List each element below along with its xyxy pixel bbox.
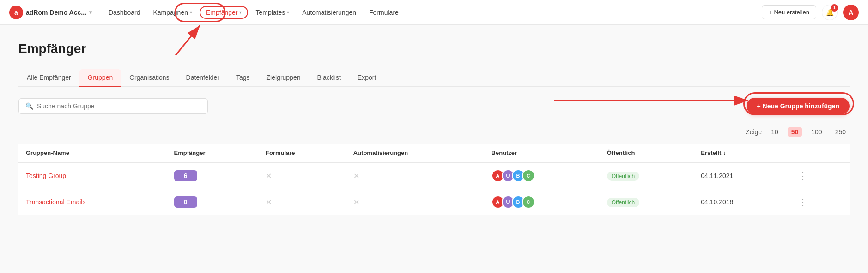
col-benutzer: Benutzer [484,144,600,162]
avatars: A U B C [492,196,592,208]
table-header: Gruppen-Name Empfänger Formulare Automat… [18,144,850,162]
avatar: C [522,196,535,208]
row-group-name[interactable]: Transactional Emails [18,189,167,215]
nav-right: + Neu erstellen 🔔 1 A [762,5,859,20]
notification-badge: 1 [831,4,838,12]
table-row: Testing Group 6 ✕ ✕ A U B C [18,162,850,189]
row-benutzer: A U B C [484,189,600,215]
tab-tags[interactable]: Tags [228,69,258,87]
cross-icon: ✕ [353,198,359,206]
row-menu-cell: ⋮ [787,189,850,215]
row-oeffentlich: Öffentlich [600,162,694,189]
navbar: a adRom Demo Acc... ▾ Dashboard Kampagne… [0,0,868,25]
row-menu-cell: ⋮ [787,162,850,189]
row-empfaenger: 6 [167,162,258,189]
search-box: 🔍 [18,98,208,114]
search-input[interactable] [37,102,201,110]
brand[interactable]: a adRom Demo Acc... ▾ [9,6,92,19]
tab-export[interactable]: Export [349,69,384,87]
table-body: Testing Group 6 ✕ ✕ A U B C [18,162,850,215]
nav-dashboard[interactable]: Dashboard [103,6,146,19]
col-actions [787,144,850,162]
search-icon: 🔍 [25,102,33,110]
row-formulare: ✕ [258,162,346,189]
public-badge: Öffentlich [607,198,639,207]
user-avatar[interactable]: A [843,5,859,20]
group-name-link[interactable]: Testing Group [26,172,66,179]
row-erstellt: 04.11.2021 [693,162,787,189]
avatars: A U B C [492,169,592,182]
tab-zielgruppen[interactable]: Zielgruppen [258,69,309,87]
nav-templates[interactable]: Templates ▾ [250,6,295,19]
col-automatisierungen: Automatisierungen [346,144,484,162]
col-oeffentlich: Öffentlich [600,144,694,162]
row-group-name[interactable]: Testing Group [18,162,167,189]
row-formulare: ✕ [258,189,346,215]
pagination-row: Zeige 10 50 100 250 [18,127,850,136]
row-context-menu[interactable]: ⋮ [795,171,811,181]
cross-icon: ✕ [353,172,359,180]
pagination-label: Zeige [746,128,762,136]
cross-icon: ✕ [266,198,272,206]
tabs-bar: Alle Empfänger Gruppen Organisations Dat… [18,69,850,87]
cross-icon: ✕ [266,172,272,180]
search-action-row: 🔍 + Neue Gruppe hinzufügen [18,98,850,114]
page-size-50[interactable]: 50 [788,127,802,136]
brand-name: adRom Demo Acc... [26,9,86,16]
row-benutzer: A U B C [484,162,600,189]
public-badge: Öffentlich [607,172,639,181]
brand-chevron: ▾ [89,9,92,16]
tab-alle-empfaenger[interactable]: Alle Empfänger [18,69,79,87]
row-oeffentlich: Öffentlich [600,189,694,215]
row-erstellt: 04.10.2018 [693,189,787,215]
col-empfaenger: Empfänger [167,144,258,162]
page-size-10[interactable]: 10 [767,127,782,136]
page-size-250[interactable]: 250 [832,127,850,136]
group-name-link[interactable]: Transactional Emails [26,198,85,206]
col-gruppen-name: Gruppen-Name [18,144,167,162]
avatar: C [522,169,535,182]
empfaenger-count-badge: 0 [174,196,197,208]
page-content: Empfänger Alle Empfänger Gruppen Organis… [0,25,868,234]
brand-logo: a [9,6,23,19]
notification-button[interactable]: 🔔 1 [822,5,838,20]
row-empfaenger: 0 [167,189,258,215]
col-formulare: Formulare [258,144,346,162]
empfaenger-count-badge: 6 [174,170,197,181]
nav-empfaenger[interactable]: Empfänger ▾ [200,6,248,19]
table-row: Transactional Emails 0 ✕ ✕ A U B C [18,189,850,215]
row-context-menu[interactable]: ⋮ [795,197,811,207]
new-button[interactable]: + Neu erstellen [762,5,816,19]
tab-datenfelder[interactable]: Datenfelder [178,69,228,87]
col-erstellt[interactable]: Erstellt ↓ [693,144,787,162]
tab-organisations[interactable]: Organisations [121,69,177,87]
row-automatisierungen: ✕ [346,189,484,215]
page-size-100[interactable]: 100 [807,127,826,136]
groups-table: Gruppen-Name Empfänger Formulare Automat… [18,144,850,215]
tab-gruppen[interactable]: Gruppen [79,69,121,87]
page-title: Empfänger [18,42,850,56]
nav-items: Dashboard Kampagnen ▾ Empfänger ▾ Templa… [103,6,762,19]
add-group-button[interactable]: + Neue Gruppe hinzufügen [747,98,850,114]
row-automatisierungen: ✕ [346,162,484,189]
nav-kampagnen[interactable]: Kampagnen ▾ [147,6,198,19]
nav-formulare[interactable]: Formulare [364,6,404,19]
nav-automatisierungen[interactable]: Automatisierungen [297,6,362,19]
tab-blacklist[interactable]: Blacklist [309,69,349,87]
